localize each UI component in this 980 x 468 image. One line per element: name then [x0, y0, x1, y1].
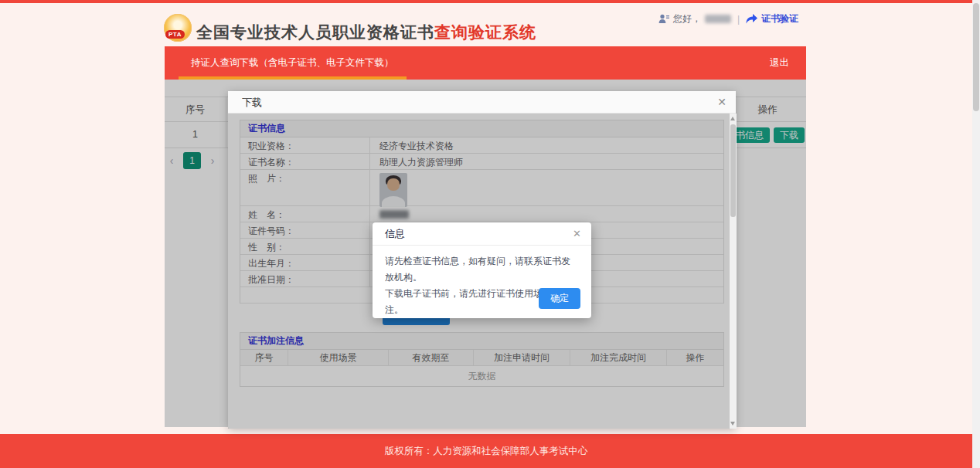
page-title: 全国专业技术人员职业资格证书查询验证系统 [196, 22, 536, 43]
nav-item-label: 持证人查询下载（含电子证书、电子文件下载） [191, 57, 394, 68]
nav-bar: 持证人查询下载（含电子证书、电子文件下载） 退出 [165, 46, 806, 80]
logout-button[interactable]: 退出 [770, 46, 789, 80]
info-dialog: 信息 ✕ 请先检查证书信息，如有疑问，请联系证书发放机构。 下载电子证书前，请先… [373, 222, 591, 318]
share-arrow-icon [746, 14, 757, 24]
user-area: 您好， | 证书验证 [658, 12, 798, 25]
browser-scrollbar-thumb[interactable] [973, 3, 979, 111]
download-modal-header: 下载 ✕ [228, 91, 736, 114]
download-modal-close-icon[interactable]: ✕ [717, 91, 726, 114]
scroll-down-icon[interactable] [730, 422, 735, 426]
info-dialog-close-icon[interactable]: ✕ [573, 222, 581, 246]
certificate-verify-link[interactable]: 证书验证 [761, 12, 798, 25]
browser-scrollbar[interactable] [972, 0, 980, 468]
page-title-accent: 查询验证系统 [434, 23, 536, 41]
confirm-button[interactable]: 确定 [539, 288, 580, 309]
scrollbar-thumb[interactable] [730, 124, 736, 217]
download-modal-title: 下载 [242, 91, 262, 114]
copyright-text: 版权所有：人力资源和社会保障部人事考试中心 [385, 446, 588, 456]
redacted-username [705, 15, 731, 23]
screen: PTA 全国专业技术人员职业资格证书查询验证系统 您好， | 证书验证 持证人查… [0, 0, 980, 468]
greeting-text: 您好， [673, 12, 701, 25]
header-divider: | [737, 14, 740, 25]
info-dialog-title: 信息 [385, 222, 405, 246]
page-title-main: 全国专业技术人员职业资格证书 [196, 23, 434, 41]
pta-logo: PTA [164, 14, 192, 42]
site-footer: 版权所有：人力资源和社会保障部人事考试中心 [0, 434, 972, 468]
modal-scrollbar[interactable] [730, 114, 737, 429]
pta-logo-badge: PTA [165, 30, 185, 39]
nav-item-holder-query-download[interactable]: 持证人查询下载（含电子证书、电子文件下载） [179, 46, 407, 80]
info-dialog-header: 信息 ✕ [373, 222, 591, 246]
site-header: PTA 全国专业技术人员职业资格证书查询验证系统 您好， | 证书验证 [0, 3, 972, 46]
scroll-up-icon[interactable] [730, 117, 735, 120]
info-dialog-line1: 请先检查证书信息，如有疑问，请联系证书发放机构。 [385, 253, 579, 286]
user-icon [658, 14, 669, 24]
